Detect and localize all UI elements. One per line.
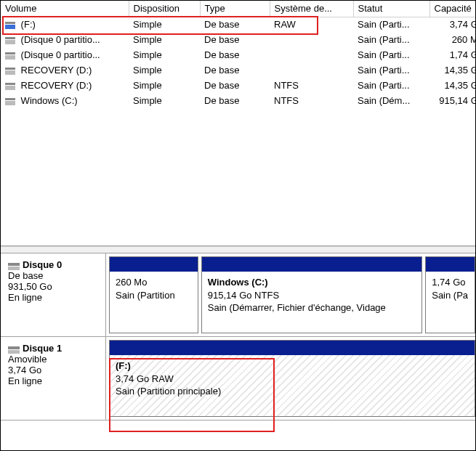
partition-size: 260 Mo xyxy=(116,276,192,289)
cell-volume: (Disque 0 partitio... xyxy=(1,47,129,62)
col-type[interactable]: Type xyxy=(200,1,270,17)
cell-status: Sain (Parti... xyxy=(353,47,429,62)
cell-capacity: 14,35 Go xyxy=(429,62,475,78)
table-row[interactable]: Windows (C:)SimpleDe baseNTFSSain (Dém..… xyxy=(1,93,475,108)
partition-body: 1,74 GoSain (Pa xyxy=(426,272,475,333)
cell-volume: (Disque 0 partitio... xyxy=(1,32,129,47)
disk-partitions: (F:)3,74 Go RAWSain (Partition principal… xyxy=(106,337,475,420)
cell-type: De base xyxy=(200,17,270,32)
cell-disposition: Simple xyxy=(129,47,200,62)
table-row[interactable]: (Disque 0 partitio...SimpleDe baseSain (… xyxy=(1,47,475,62)
disk-state: En ligne xyxy=(8,375,100,386)
cell-fs xyxy=(270,47,353,62)
disk-icon xyxy=(8,261,20,270)
disk-row: Disque 0De base931,50 GoEn ligne260 MoSa… xyxy=(1,253,475,337)
partition-size: 3,74 Go RAW xyxy=(116,373,469,386)
volume-name: (Disque 0 partitio... xyxy=(18,34,100,45)
partition-body: 260 MoSain (Partition xyxy=(110,272,198,333)
table-row[interactable]: (Disque 0 partitio...SimpleDe baseSain (… xyxy=(1,32,475,47)
disk-graphical-pane: Disque 0De base931,50 GoEn ligne260 MoSa… xyxy=(1,253,475,420)
partition-size: 1,74 Go xyxy=(432,276,469,289)
partition-title: Windows (C:) xyxy=(208,276,416,289)
cell-status: Sain (Parti... xyxy=(353,32,429,47)
col-capacity[interactable]: Capacité xyxy=(429,1,475,17)
cell-volume: Windows (C:) xyxy=(1,93,129,108)
col-volume[interactable]: Volume xyxy=(1,1,129,17)
partition-title: (F:) xyxy=(116,359,469,373)
partition-status: Sain (Partition xyxy=(116,289,192,302)
disk-type: De base xyxy=(8,270,100,281)
cell-fs xyxy=(270,32,353,47)
volume-icon xyxy=(5,37,15,44)
partition-status: Sain (Démarrer, Fichier d'échange, Vidag… xyxy=(208,301,416,314)
cell-fs: NTFS xyxy=(270,78,353,93)
cell-capacity: 260 Mo xyxy=(429,32,475,47)
volume-name: RECOVERY (D:) xyxy=(18,80,92,91)
disk-icon xyxy=(8,345,20,354)
volume-icon xyxy=(5,52,15,60)
disk-name: Disque 0 xyxy=(23,259,62,270)
volume-name: (F:) xyxy=(18,19,36,30)
volume-icon xyxy=(5,98,15,105)
table-row[interactable]: RECOVERY (D:)SimpleDe baseNTFSSain (Part… xyxy=(1,78,475,93)
disk-type: Amovible xyxy=(8,354,100,365)
volume-name: RECOVERY (D:) xyxy=(18,65,92,76)
disk-partitions: 260 MoSain (PartitionWindows (C:)915,14 … xyxy=(106,253,475,336)
cell-disposition: Simple xyxy=(129,93,200,108)
partition-header xyxy=(110,257,198,272)
cell-type: De base xyxy=(200,78,270,93)
cell-type: De base xyxy=(200,32,270,47)
disk-info[interactable]: Disque 0De base931,50 GoEn ligne xyxy=(1,253,106,336)
cell-disposition: Simple xyxy=(129,62,200,78)
volume-name: (Disque 0 partitio... xyxy=(18,49,100,60)
volume-table[interactable]: Volume Disposition Type Système de... St… xyxy=(1,1,475,108)
cell-status: Sain (Dém... xyxy=(353,93,429,108)
disk-name: Disque 1 xyxy=(23,343,62,354)
col-disposition[interactable]: Disposition xyxy=(129,1,200,17)
cell-disposition: Simple xyxy=(129,32,200,47)
partition-header xyxy=(202,257,421,272)
volume-list-pane: Volume Disposition Type Système de... St… xyxy=(1,1,475,246)
cell-capacity: 3,74 Go xyxy=(429,17,475,32)
cell-volume: RECOVERY (D:) xyxy=(1,62,129,78)
table-header-row[interactable]: Volume Disposition Type Système de... St… xyxy=(1,1,475,17)
disk-row: Disque 1Amovible3,74 GoEn ligne (F:)3,74… xyxy=(1,337,475,420)
cell-fs: RAW xyxy=(270,17,353,32)
cell-fs xyxy=(270,62,353,78)
disk-info[interactable]: Disque 1Amovible3,74 GoEn ligne xyxy=(1,337,106,420)
partition-size: 915,14 Go NTFS xyxy=(208,289,416,302)
cell-disposition: Simple xyxy=(129,78,200,93)
cell-status: Sain (Parti... xyxy=(353,62,429,78)
partition-header xyxy=(110,341,475,355)
partition[interactable]: 260 MoSain (Partition xyxy=(109,256,198,333)
partition[interactable]: (F:)3,74 Go RAWSain (Partition principal… xyxy=(109,340,475,417)
volume-icon xyxy=(5,22,15,29)
cell-capacity: 1,74 Go xyxy=(429,47,475,62)
col-filesystem[interactable]: Système de... xyxy=(270,1,353,17)
partition-body: Windows (C:)915,14 Go NTFSSain (Démarrer… xyxy=(202,272,421,333)
disk-size: 3,74 Go xyxy=(8,365,100,375)
partition-status: Sain (Pa xyxy=(432,289,469,302)
cell-fs: NTFS xyxy=(270,93,353,108)
cell-volume: RECOVERY (D:) xyxy=(1,78,129,93)
partition-header xyxy=(426,257,475,272)
volume-icon xyxy=(5,68,15,75)
table-row[interactable]: (F:)SimpleDe baseRAWSain (Parti...3,74 G… xyxy=(1,17,475,32)
volume-name: Windows (C:) xyxy=(18,95,78,106)
partition[interactable]: Windows (C:)915,14 Go NTFSSain (Démarrer… xyxy=(201,256,422,333)
disk-state: En ligne xyxy=(8,292,100,303)
pane-separator[interactable] xyxy=(1,246,475,253)
partition[interactable]: 1,74 GoSain (Pa xyxy=(425,256,475,333)
cell-capacity: 14,35 Go xyxy=(429,78,475,93)
cell-type: De base xyxy=(200,47,270,62)
cell-type: De base xyxy=(200,62,270,78)
cell-capacity: 915,14 Go xyxy=(429,93,475,108)
cell-status: Sain (Parti... xyxy=(353,17,429,32)
cell-disposition: Simple xyxy=(129,17,200,32)
col-status[interactable]: Statut xyxy=(353,1,429,17)
cell-status: Sain (Parti... xyxy=(353,78,429,93)
cell-volume: (F:) xyxy=(1,17,129,32)
volume-icon xyxy=(5,83,15,90)
disk-size: 931,50 Go xyxy=(8,281,100,292)
table-row[interactable]: RECOVERY (D:)SimpleDe baseSain (Parti...… xyxy=(1,62,475,78)
